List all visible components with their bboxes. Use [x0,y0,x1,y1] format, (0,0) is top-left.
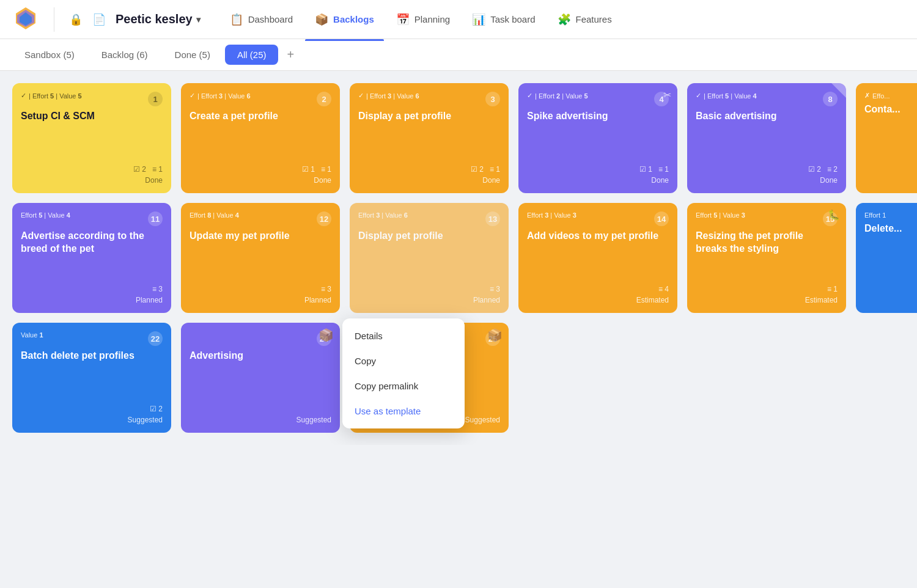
card-3-num: 3 [485,92,500,106]
card-2-meta: ✓ | Effort 3 | Value 6 [190,92,251,100]
card-3-meta: ✓ | Effort 3 | Value 6 [358,92,419,100]
card-13-docs: ≡ 3 [490,285,500,293]
card-2-checks: ☑ 1 [302,165,315,174]
nav-backlogs[interactable]: 📦 Backlogs [305,8,384,31]
card-15-docs: ≡ 1 [827,285,838,293]
card-partial-blue-title: Delete... [864,222,917,235]
card-6-meta: ✗ Effo... [864,92,890,100]
card-11-title: Advertise according to the breed of the … [21,230,163,255]
chevron-down-icon: ▾ [196,15,201,24]
card-4-status: Done [527,176,669,185]
context-menu-details[interactable]: Details [342,323,465,348]
taskboard-icon: 📊 [472,13,485,26]
nav-features[interactable]: 🧩 Features [548,8,622,31]
folded-corner [831,83,846,98]
card-5-meta: ✓ | Effort 5 | Value 4 [696,92,757,100]
card-4-docs: ≡ 1 [658,165,669,174]
context-menu-use-template[interactable]: Use as template [342,399,465,424]
card-partial-blue[interactable]: Effort 1 Delete... [856,203,917,313]
main-nav: 📋 Dashboard 📦 Backlogs 📅 Planning 📊 Task… [220,8,905,31]
card-14-num: 14 [654,211,669,226]
card-3-title: Display a pet profile [358,110,500,123]
context-menu-copy-permalink[interactable]: Copy permalink [342,373,465,399]
card-22-checks: ☑ 2 [150,405,163,413]
card-3[interactable]: ✓ | Effort 3 | Value 6 3 Display a pet p… [350,83,509,193]
card-22-title: Batch delete pet profiles [21,350,163,362]
card-1-meta: ✓ | Effort 5 | Value 5 [21,92,82,100]
tab-all[interactable]: All (25) [225,45,279,65]
card-15-title: Resizing the pet profile breaks the styl… [696,230,838,255]
tab-done[interactable]: Done (5) [163,45,223,65]
card-14-docs: ≡ 4 [658,285,669,293]
card-15[interactable]: 🐛 Effort 5 | Value 3 15 Resizing the pet… [687,203,846,313]
card-3-checks: ☑ 2 [471,165,484,174]
card-14-meta: Effort 3 | Value 3 [527,211,576,219]
package-icon-24: 📦 [319,328,334,342]
nav-planning[interactable]: 📅 Planning [386,8,460,31]
bug-icon: 🐛 [828,209,840,221]
tab-sandbox[interactable]: Sandbox (5) [12,45,87,65]
card-11-status: Planned [21,296,163,304]
card-14-status: Estimated [527,296,669,304]
card-partial-blue-meta: Effort 1 [864,211,886,219]
lock-icon: 🔒 [69,13,83,26]
nav-taskboard[interactable]: 📊 Task board [462,8,545,31]
card-12-num: 12 [317,211,331,226]
nav-taskboard-label: Task board [490,14,535,24]
card-3-status: Done [358,176,500,185]
card-1-docs: ≡ 1 [152,165,163,174]
workspace-selector[interactable]: Peetic kesley ▾ [116,12,201,26]
card-14-title: Add videos to my pet profile [527,230,669,243]
check-icon: ✓ [21,92,26,100]
main-content: ✓ | Effort 5 | Value 5 1 Setup CI & SCM … [0,71,917,445]
card-12-title: Update my pet profile [190,230,331,243]
card-4-title: Spike advertising [527,110,669,123]
card-5-checks: ☑ 2 [808,165,821,174]
tab-backlog[interactable]: Backlog (6) [89,45,160,65]
card-24-status: Suggested [190,416,331,424]
card-5[interactable]: ✓ | Effort 5 | Value 4 8 Basic advertisi… [687,83,846,193]
card-5-docs: ≡ 2 [827,165,838,174]
dashboard-icon: 📋 [230,13,243,26]
nav-dashboard[interactable]: 📋 Dashboard [220,8,303,31]
workspace-name-text: Peetic kesley [116,12,193,26]
card-22[interactable]: Value 1 22 Batch delete pet profiles ☑ 2… [12,323,171,433]
header-divider [54,7,54,32]
card-13[interactable]: Effort 3 | Value 6 13 Display pet profil… [350,203,509,313]
card-2[interactable]: ✓ | Effort 3 | Value 6 2 Create a pet pr… [181,83,340,193]
card-1-title: Setup CI & SCM [21,110,163,123]
card-15-status: Estimated [696,296,838,304]
card-6-partial[interactable]: ✗ Effo... Conta... [856,83,917,193]
card-2-num: 2 [317,92,331,106]
card-15-meta: Effort 5 | Value 3 [696,211,745,219]
nav-planning-label: Planning [414,14,450,24]
logo [12,5,39,34]
file-icon: 📄 [92,13,106,26]
card-4-meta: ✓ | Effort 2 | Value 5 [527,92,588,100]
card-11-docs: ≡ 3 [152,285,163,293]
card-4-checks: ☑ 1 [639,165,652,174]
context-menu: Details Copy Copy permalink Use as templ… [342,318,465,428]
nav-dashboard-label: Dashboard [248,14,293,24]
package-icon-25: 📦 [487,328,503,342]
backlogs-icon: 📦 [315,13,328,26]
card-1-num: 1 [148,92,163,106]
card-13-status: Planned [358,296,500,304]
card-12[interactable]: Effort 8 | Value 4 12 Update my pet prof… [181,203,340,313]
card-24[interactable]: 📦 24 Advertising Suggested [181,323,340,433]
card-1-status: Done [21,176,163,185]
planning-icon: 📅 [396,13,410,26]
card-2-title: Create a pet profile [190,110,331,123]
card-14[interactable]: Effort 3 | Value 3 14 Add videos to my p… [518,203,677,313]
add-tab-button[interactable]: + [281,44,300,65]
card-12-docs: ≡ 3 [321,285,331,293]
card-1[interactable]: ✓ | Effort 5 | Value 5 1 Setup CI & SCM … [12,83,171,193]
card-2-status: Done [190,176,331,185]
card-13-meta: Effort 3 | Value 6 [358,211,408,219]
context-menu-copy[interactable]: Copy [342,348,465,373]
card-4[interactable]: ✂ ✓ | Effort 2 | Value 5 4 Spike adverti… [518,83,677,193]
card-24-title: Advertising [190,350,331,362]
card-5-title: Basic advertising [696,110,838,123]
card-11[interactable]: Effort 5 | Value 4 11 Advertise accordin… [12,203,171,313]
card-13-num: 13 [485,211,500,226]
